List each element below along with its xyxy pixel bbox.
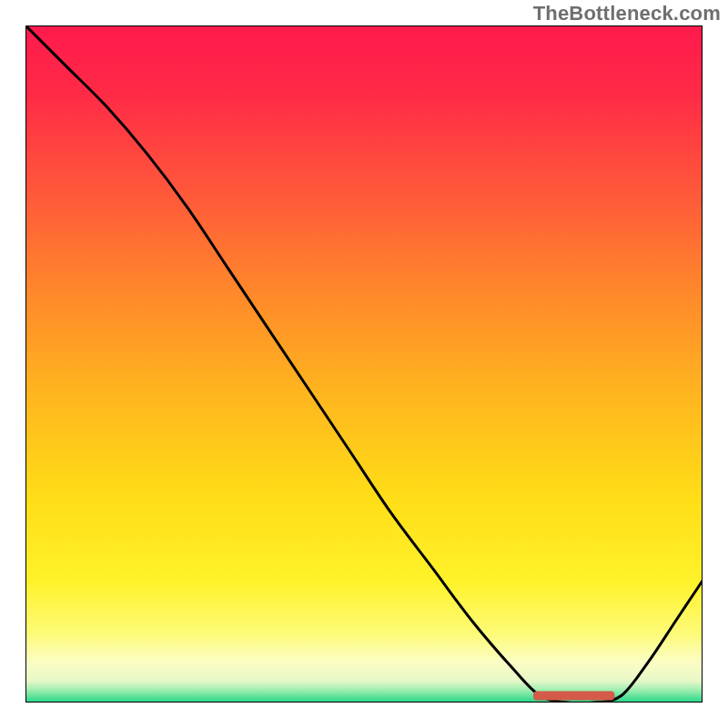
gradient-background [25, 25, 703, 703]
chart-canvas [25, 25, 703, 703]
chart-frame: TheBottleneck.com [0, 0, 728, 728]
watermark-text: TheBottleneck.com [533, 2, 721, 25]
